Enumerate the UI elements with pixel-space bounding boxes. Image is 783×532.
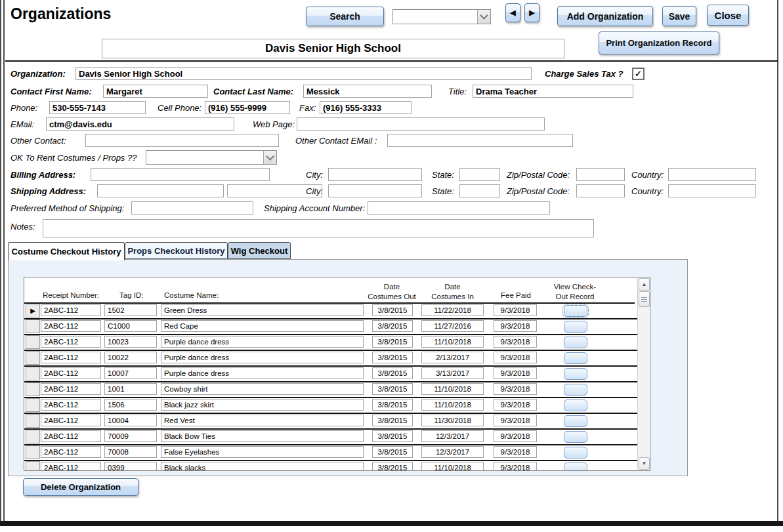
row-selector[interactable]	[26, 398, 40, 412]
cell-costume-name[interactable]: Black slacks	[161, 462, 364, 471]
cell-date-in[interactable]: 11/10/2018	[421, 399, 484, 411]
cell-tag-id[interactable]: 70009	[104, 430, 157, 442]
cell-date-out[interactable]: 3/8/2015	[372, 415, 413, 426]
row-selector[interactable]	[26, 382, 40, 396]
cell-date-out[interactable]: 3/8/2015	[372, 446, 413, 458]
billing-state-field[interactable]	[459, 168, 500, 181]
cell-fee-paid[interactable]: 9/3/2018	[494, 415, 537, 426]
organization-field[interactable]: Davis Senior High School	[75, 67, 532, 80]
save-button[interactable]: Save	[662, 6, 696, 26]
row-selector[interactable]: ▶	[26, 304, 40, 317]
scroll-up-button[interactable]: ▲	[639, 278, 650, 291]
cell-date-out[interactable]: 3/8/2015	[372, 352, 413, 363]
billing-zip-field[interactable]	[576, 168, 625, 181]
tab-wig-checkout[interactable]: Wig Checkout	[228, 242, 291, 259]
cell-date-out[interactable]: 3/8/2015	[372, 430, 413, 442]
cell-date-in[interactable]: 2/13/2017	[421, 352, 484, 363]
cell-date-out[interactable]: 3/8/2015	[372, 367, 413, 379]
cell-tag-id[interactable]: 10007	[104, 367, 157, 379]
cell-date-in[interactable]: 12/3/2017	[421, 446, 484, 458]
cell-tag-id[interactable]: 0399	[104, 462, 157, 471]
view-checkout-record-button[interactable]	[564, 431, 587, 443]
email-field[interactable]: ctm@davis.edu	[46, 117, 234, 131]
shipping-country-field[interactable]	[668, 184, 756, 197]
view-checkout-record-button[interactable]	[564, 352, 587, 364]
cell-fee-paid[interactable]: 9/3/2018	[494, 352, 537, 363]
cell-tag-id[interactable]: 1506	[104, 399, 157, 411]
tab-costume-checkout-history[interactable]: Costume Checkout History	[8, 242, 125, 260]
cell-receipt-number[interactable]: 2ABC-112	[41, 430, 101, 442]
vertical-scrollbar[interactable]: ▲ ▼	[637, 278, 649, 470]
row-selector[interactable]	[26, 351, 40, 365]
cell-fee-paid[interactable]: 9/3/2018	[494, 462, 537, 471]
cell-date-in[interactable]: 11/22/2018	[421, 304, 484, 316]
cell-tag-id[interactable]: 70008	[104, 446, 157, 458]
cell-receipt-number[interactable]: 2ABC-112	[41, 367, 101, 379]
cell-costume-name[interactable]: Black Bow Ties	[161, 430, 364, 442]
next-record-button[interactable]: ▶	[524, 3, 540, 22]
cell-costume-name[interactable]: Red Cape	[161, 320, 364, 332]
cell-date-in[interactable]: 12/3/2017	[421, 430, 484, 442]
view-checkout-record-button[interactable]	[564, 462, 587, 471]
cell-fee-paid[interactable]: 9/3/2018	[494, 367, 537, 379]
phone-field[interactable]: 530-555-7143	[49, 101, 146, 114]
view-checkout-record-button[interactable]	[564, 415, 587, 427]
view-checkout-record-button[interactable]	[564, 337, 587, 348]
other-contact-field[interactable]	[85, 134, 279, 147]
row-selector[interactable]	[26, 414, 40, 428]
add-organization-button[interactable]: Add Organization	[557, 6, 653, 26]
title-field[interactable]: Drama Teacher	[473, 85, 633, 98]
web-page-field[interactable]	[297, 117, 545, 131]
cell-fee-paid[interactable]: 9/3/2018	[494, 320, 537, 332]
cell-fee-paid[interactable]: 9/3/2018	[494, 383, 537, 395]
cell-date-out[interactable]: 3/8/2015	[372, 462, 413, 471]
fax-field[interactable]: (916) 555-3333	[320, 101, 412, 114]
cell-tag-id[interactable]: 1502	[104, 304, 157, 316]
cell-costume-name[interactable]: Green Dress	[161, 304, 364, 316]
view-checkout-record-button[interactable]	[564, 384, 587, 396]
ok-to-rent-dropdown-button[interactable]	[263, 151, 276, 164]
view-checkout-record-button[interactable]	[564, 447, 587, 459]
cell-costume-name[interactable]: Cowboy shirt	[161, 383, 364, 395]
cell-receipt-number[interactable]: 2ABC-112	[41, 399, 101, 411]
cell-receipt-number[interactable]: 2ABC-112	[41, 320, 101, 332]
cell-fee-paid[interactable]: 9/3/2018	[494, 430, 537, 442]
notes-field[interactable]	[43, 219, 594, 237]
scroll-down-button[interactable]: ▼	[639, 457, 650, 470]
shipping-zip-field[interactable]	[576, 184, 625, 197]
billing-country-field[interactable]	[668, 168, 756, 181]
cell-date-in[interactable]: 11/10/2018	[421, 336, 484, 348]
row-selector[interactable]	[26, 430, 40, 443]
contact-last-name-field[interactable]: Messick	[303, 85, 432, 98]
cell-costume-name[interactable]: Purple dance dress	[161, 336, 364, 348]
cell-date-in[interactable]: 11/27/2016	[421, 320, 484, 332]
cell-receipt-number[interactable]: 2ABC-112	[41, 304, 101, 316]
view-checkout-record-button[interactable]	[564, 368, 587, 380]
cell-costume-name[interactable]: False Eyelashes	[161, 446, 364, 458]
view-checkout-record-button[interactable]	[564, 399, 587, 411]
shipping-account-field[interactable]	[368, 201, 550, 215]
row-selector[interactable]	[26, 335, 40, 349]
row-selector[interactable]	[26, 319, 40, 333]
cell-tag-id[interactable]: 10022	[104, 352, 157, 363]
shipping-state-field[interactable]	[459, 184, 500, 197]
cell-date-out[interactable]: 3/8/2015	[372, 304, 413, 316]
view-checkout-record-button[interactable]	[564, 305, 587, 317]
cell-date-in[interactable]: 11/10/2018	[421, 462, 484, 471]
row-selector[interactable]	[26, 461, 40, 471]
cell-costume-name[interactable]: Red Vest	[161, 415, 364, 426]
delete-organization-button[interactable]: Delete Organization	[23, 478, 138, 496]
cell-costume-name[interactable]: Purple dance dress	[161, 352, 364, 363]
cell-date-in[interactable]: 3/13/2017	[421, 367, 484, 379]
cell-tag-id[interactable]: 1001	[104, 383, 157, 395]
combo-dropdown-button[interactable]	[477, 10, 490, 24]
cell-tag-id[interactable]: C1000	[104, 320, 157, 332]
cell-fee-paid[interactable]: 9/3/2018	[494, 336, 537, 348]
print-organization-record-button[interactable]: Print Organization Record	[599, 31, 719, 54]
cell-phone-field[interactable]: (916) 555-9999	[205, 101, 290, 114]
cell-tag-id[interactable]: 10023	[104, 336, 157, 348]
previous-record-button[interactable]: ◀	[505, 3, 520, 22]
cell-costume-name[interactable]: Purple dance dress	[161, 367, 364, 379]
scrollbar-thumb[interactable]	[639, 291, 650, 307]
cell-receipt-number[interactable]: 2ABC-112	[41, 352, 101, 363]
